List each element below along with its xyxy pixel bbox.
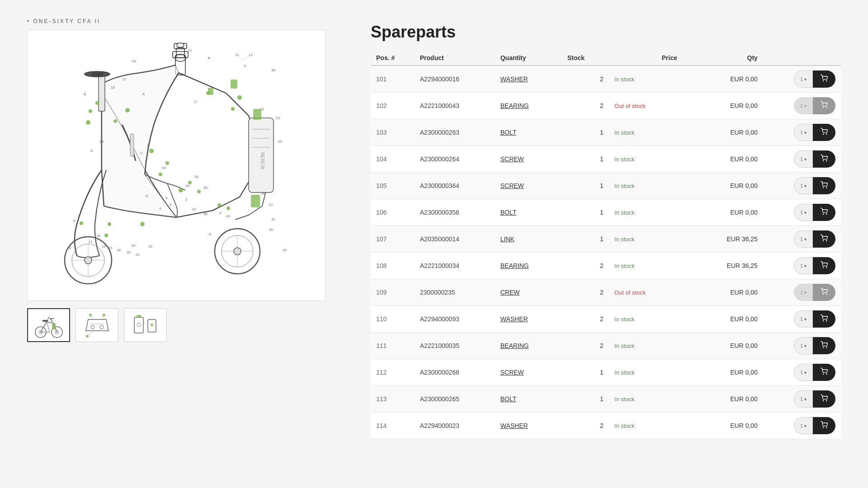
product-link[interactable]: WASHER xyxy=(500,75,528,83)
cell-product[interactable]: LINK xyxy=(495,226,562,253)
cell-sku: A2221000043 xyxy=(415,93,495,119)
qty-toggle-icon: 1 ▾ xyxy=(800,157,806,162)
qty-toggle[interactable]: 1 ▾ xyxy=(794,310,813,328)
qty-toggle[interactable]: 1 ▾ xyxy=(794,124,813,141)
svg-rect-29 xyxy=(91,72,103,76)
add-to-cart-button[interactable] xyxy=(813,337,835,354)
product-link[interactable]: SCREW xyxy=(500,182,524,189)
add-to-cart-button[interactable] xyxy=(813,310,835,328)
product-link[interactable]: SCREW xyxy=(500,155,524,163)
cell-quantity: 2 xyxy=(562,66,609,93)
product-link[interactable]: BEARING xyxy=(500,102,529,109)
cell-pos: 104 xyxy=(371,146,415,173)
cell-pos: 114 xyxy=(371,413,415,439)
cart-area: 1 ▾ xyxy=(769,390,835,408)
add-to-cart-button[interactable] xyxy=(813,70,835,88)
cart-icon xyxy=(821,368,828,377)
cell-pos: 112 xyxy=(371,359,415,386)
cell-sku: A2294000093 xyxy=(415,306,495,333)
svg-point-147 xyxy=(826,267,827,267)
product-link[interactable]: BEARING xyxy=(500,262,529,269)
qty-toggle[interactable]: 1 ▾ xyxy=(794,257,813,274)
qty-toggle[interactable]: 1 ▾ xyxy=(794,204,813,221)
qty-toggle[interactable]: 1 ▾ xyxy=(794,177,813,194)
qty-toggle[interactable]: 1 ▾ xyxy=(794,390,813,408)
add-to-cart-button[interactable] xyxy=(813,150,835,168)
svg-rect-52 xyxy=(231,80,237,89)
add-to-cart-button[interactable] xyxy=(813,124,835,141)
cell-quantity: 2 xyxy=(562,333,609,359)
cell-quantity: 1 xyxy=(562,173,609,199)
svg-text:18: 18 xyxy=(99,140,104,144)
product-link[interactable]: BEARING xyxy=(500,342,529,349)
cell-product[interactable]: WASHER xyxy=(495,306,562,333)
qty-toggle[interactable]: 1 ▾ xyxy=(794,337,813,354)
cart-area: 1 ▾ xyxy=(769,310,835,328)
qty-toggle[interactable]: 1 ▾ xyxy=(794,70,813,88)
svg-text:NERCIA: NERCIA xyxy=(260,152,265,169)
qty-toggle-icon: 1 ▾ xyxy=(800,370,806,375)
svg-point-44 xyxy=(231,107,235,111)
cart-area: 1 ▾ xyxy=(769,230,835,248)
product-link[interactable]: LINK xyxy=(500,235,514,243)
product-link[interactable]: WASHER xyxy=(500,315,528,323)
cell-product[interactable]: BEARING xyxy=(495,253,562,279)
cell-sku: A2300000264 xyxy=(415,146,495,173)
cart-area: 1 ▾ xyxy=(769,177,835,194)
product-link[interactable]: BOLT xyxy=(500,395,517,403)
stock-status: In stock xyxy=(614,422,635,429)
svg-point-153 xyxy=(826,347,827,347)
qty-toggle[interactable]: 1 ▾ xyxy=(794,364,813,381)
cell-product[interactable]: BEARING xyxy=(495,333,562,359)
cell-product[interactable]: SCREW xyxy=(495,359,562,386)
qty-toggle[interactable]: 1 ▾ xyxy=(794,150,813,168)
add-to-cart-button[interactable] xyxy=(813,177,835,194)
cell-product[interactable]: BEARING xyxy=(495,93,562,119)
svg-text:30: 30 xyxy=(269,228,273,232)
svg-point-143 xyxy=(826,214,827,214)
cell-product[interactable]: BOLT xyxy=(495,386,562,413)
add-to-cart-button[interactable] xyxy=(813,390,835,408)
cell-pos: 113 xyxy=(371,386,415,413)
svg-point-140 xyxy=(823,187,823,188)
svg-point-144 xyxy=(823,240,823,241)
cart-icon xyxy=(821,101,828,110)
cell-stock: In stock xyxy=(609,226,683,253)
qty-toggle[interactable]: 1 ▾ xyxy=(794,230,813,248)
cell-product[interactable]: SCREW xyxy=(495,146,562,173)
cell-product[interactable]: BOLT xyxy=(495,199,562,226)
page-title: Spareparts xyxy=(371,23,841,42)
cell-price: EUR 0,00 xyxy=(683,93,763,119)
add-to-cart-button[interactable] xyxy=(813,364,835,381)
diagram-container: NERCIA xyxy=(27,30,326,301)
cell-product[interactable]: WASHER xyxy=(495,413,562,439)
cell-quantity: 2 xyxy=(562,253,609,279)
qty-toggle[interactable]: 1 ▾ xyxy=(794,417,813,434)
svg-text:17: 17 xyxy=(88,240,92,244)
cart-icon xyxy=(821,394,828,404)
product-link[interactable]: SCREW xyxy=(500,369,524,376)
product-link[interactable]: BOLT xyxy=(500,129,517,136)
product-link[interactable]: WASHER xyxy=(500,422,528,429)
cell-product[interactable]: WASHER xyxy=(495,66,562,93)
svg-text:A: A xyxy=(90,149,93,153)
thumbnail-2[interactable] xyxy=(75,308,118,342)
add-to-cart-button[interactable] xyxy=(813,230,835,248)
svg-text:39: 39 xyxy=(271,68,275,72)
cell-pos: 111 xyxy=(371,333,415,359)
cart-icon xyxy=(821,314,828,324)
product-link[interactable]: CREW xyxy=(500,289,520,296)
svg-point-111 xyxy=(56,332,57,333)
col-header-quantity: Quantity xyxy=(495,51,562,66)
cell-product[interactable]: SCREW xyxy=(495,173,562,199)
product-link[interactable]: BOLT xyxy=(500,209,517,216)
cell-product[interactable]: BOLT xyxy=(495,119,562,146)
add-to-cart-button[interactable] xyxy=(813,257,835,274)
thumbnail-3[interactable] xyxy=(124,308,167,342)
cell-product[interactable]: CREW xyxy=(495,279,562,306)
cell-stock: In stock xyxy=(609,173,683,199)
add-to-cart-button[interactable] xyxy=(813,204,835,221)
thumbnail-1[interactable] xyxy=(27,308,70,342)
svg-text:26: 26 xyxy=(261,192,265,196)
add-to-cart-button[interactable] xyxy=(813,417,835,434)
